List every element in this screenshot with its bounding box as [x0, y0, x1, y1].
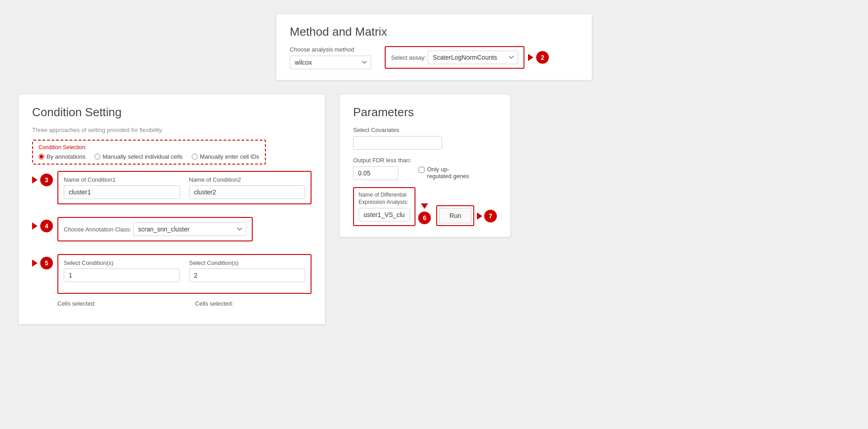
radio-manually-ids-input[interactable] — [192, 154, 198, 160]
condition-setting-card: Condition Setting Three approaches of se… — [18, 94, 326, 325]
step6-group: Name of Differential Expression Analysis… — [353, 187, 431, 226]
annotation-class-label: Choose Annotation Class: — [64, 226, 132, 233]
select-assay-label: Select assay: — [391, 54, 426, 61]
run-box: Run — [436, 205, 474, 226]
step6-indicator: 6 — [418, 203, 431, 226]
select-cond1-group: Select Condition(s) — [64, 259, 180, 282]
radio-manually-ids-label: Manually enter cell IDs — [200, 153, 259, 160]
radio-manually-cells[interactable]: Manually select individual cells — [94, 153, 183, 160]
select-cond2-input[interactable] — [189, 269, 305, 282]
select-conditions-row: Select Condition(s) Select Condition(s) — [64, 259, 305, 282]
dea-name-label: Name of Differential Expression Analysis… — [359, 192, 410, 206]
step5-section: 5 Select Condition(s) Select Condition(s… — [32, 254, 311, 307]
select-cond2-group: Select Condition(s) — [189, 259, 305, 282]
run-button[interactable]: Run — [439, 208, 472, 223]
step4-section: 4 Choose Annotation Class: scran_snn_clu… — [32, 217, 311, 248]
analysis-method-group: Choose analysis method wilcox t-test DES… — [290, 46, 371, 69]
step5-indicator: 5 — [32, 254, 53, 269]
condition-selection-box: Condition Selection: By annotations Manu… — [32, 140, 266, 165]
step4-arrow-icon — [32, 222, 38, 230]
step2-arrow-group: 2 — [528, 51, 549, 64]
method-matrix-title: Method and Matrix — [290, 25, 578, 39]
dea-name-input[interactable] — [359, 208, 410, 222]
condition1-input[interactable] — [64, 185, 180, 199]
annotation-class-select[interactable]: scran_snn_cluster seurat_clusters cell_t… — [133, 222, 246, 236]
arrow-right-icon — [528, 54, 533, 61]
method-matrix-card: Method and Matrix Choose analysis method… — [276, 14, 592, 80]
select-assay-select[interactable]: ScaterLogNormCounts counts logcounts — [428, 51, 518, 64]
select-conditions-box: Select Condition(s) Select Condition(s) — [57, 254, 311, 294]
condition2-group: Name of Condition2 — [189, 176, 305, 199]
select-assay-group: Select assay: ScaterLogNormCounts counts… — [385, 46, 524, 69]
dea-name-box: Name of Differential Expression Analysis… — [353, 187, 415, 226]
fdr-group: Output FDR less than: — [353, 157, 411, 180]
parameters-card: Parameters Select Covariates Output FDR … — [339, 94, 511, 237]
radio-group: By annotations Manually select individua… — [38, 153, 259, 160]
step3-section: 3 Name of Condition1 Name of Condition2 — [32, 171, 311, 211]
condition-setting-subtitle: Three approaches of setting provided for… — [32, 127, 311, 133]
radio-manually-cells-input[interactable] — [94, 154, 100, 160]
condition1-label: Name of Condition1 — [64, 176, 180, 183]
condition2-label: Name of Condition2 — [189, 176, 305, 183]
radio-by-annotations-label: By annotations — [47, 153, 85, 160]
fdr-input[interactable] — [353, 166, 398, 180]
step6-badge: 6 — [418, 212, 431, 224]
step7-indicator: 7 — [477, 210, 497, 226]
select-cond2-label: Select Condition(s) — [189, 259, 305, 266]
parameters-title: Parameters — [353, 105, 497, 119]
step3-badge: 3 — [40, 174, 53, 186]
condition1-group: Name of Condition1 — [64, 176, 180, 199]
annotation-class-box: Choose Annotation Class: scran_snn_clust… — [57, 217, 253, 241]
step2-badge: 2 — [536, 51, 549, 64]
dea-run-section: Name of Differential Expression Analysis… — [353, 187, 497, 226]
step4-badge: 4 — [40, 220, 53, 232]
step5-arrow-icon — [32, 259, 38, 267]
step3-indicator: 3 — [32, 171, 53, 186]
condition-setting-title: Condition Setting — [32, 105, 311, 119]
step7-badge: 7 — [484, 210, 497, 222]
step4-indicator: 4 — [32, 217, 53, 232]
covariates-input[interactable] — [353, 136, 442, 150]
condition-selection-label: Condition Selection: — [38, 144, 259, 151]
radio-manually-cells-label: Manually select individual cells — [103, 153, 183, 160]
only-up-regulated-group: Only up-regulated genes — [419, 166, 472, 179]
step3-content: Name of Condition1 Name of Condition2 — [57, 171, 311, 211]
select-cond1-label: Select Condition(s) — [64, 259, 180, 266]
step7-group: Run 7 — [436, 205, 497, 226]
params-top-row: Select Covariates Output FDR less than: … — [353, 127, 497, 180]
cells-selected-row: Cells selected: Cells selected: — [57, 300, 311, 307]
select-cond1-input[interactable] — [64, 269, 180, 282]
only-up-regulated-label: Only up-regulated genes — [427, 166, 472, 179]
step5-badge: 5 — [40, 257, 53, 269]
step7-arrow-icon — [477, 212, 482, 220]
step5-content: Select Condition(s) Select Condition(s) … — [57, 254, 311, 307]
step4-content: Choose Annotation Class: scran_snn_clust… — [57, 217, 311, 248]
radio-manually-ids[interactable]: Manually enter cell IDs — [192, 153, 259, 160]
condition2-input[interactable] — [189, 185, 305, 199]
analysis-method-label: Choose analysis method — [290, 46, 371, 53]
assay-arrow-container: Select assay: ScaterLogNormCounts counts… — [385, 46, 549, 69]
step3-arrow-icon — [32, 176, 38, 184]
analysis-method-select[interactable]: wilcox t-test DESeq2 edgeR — [290, 56, 371, 69]
condition-names-row: Name of Condition1 Name of Condition2 — [64, 176, 305, 199]
covariates-label: Select Covariates — [353, 127, 442, 133]
radio-by-annotations-input[interactable] — [38, 154, 44, 160]
only-up-regulated-checkbox[interactable] — [419, 167, 425, 173]
fdr-label: Output FDR less than: — [353, 157, 411, 164]
step6-arrow-icon — [421, 203, 428, 209]
cells-selected1-label: Cells selected: — [57, 300, 96, 307]
cells-selected2-label: Cells selected: — [195, 300, 234, 307]
condition-names-section: Name of Condition1 Name of Condition2 — [57, 171, 311, 204]
covariates-group: Select Covariates — [353, 127, 442, 150]
radio-by-annotations[interactable]: By annotations — [38, 153, 85, 160]
